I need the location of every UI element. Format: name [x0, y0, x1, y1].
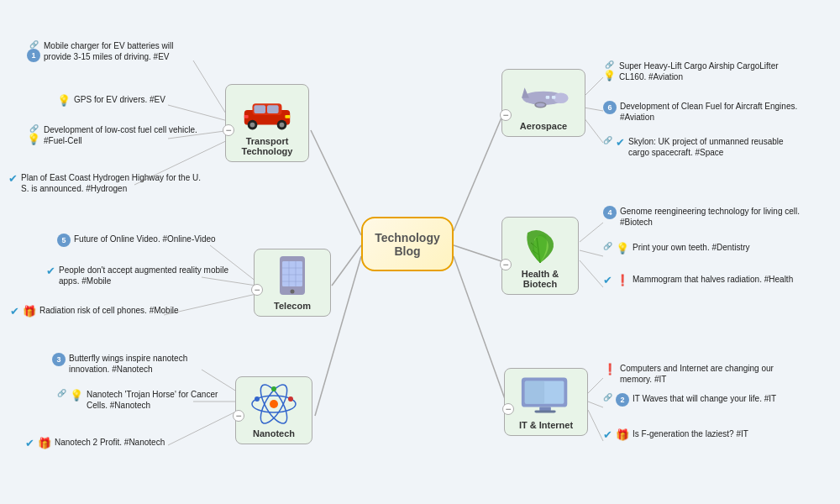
svg-point-32	[280, 122, 285, 127]
branch-nanotech[interactable]: Nanotech	[235, 376, 312, 444]
svg-point-52	[554, 92, 569, 103]
aerospace-topic-1-text: Super Heavy-Lift Cargo Airship CargoLift…	[619, 60, 805, 82]
transport-icon	[238, 88, 297, 134]
transport-topic-3-text: Development of low-cost fuel cell vehicl…	[44, 124, 203, 146]
health-topic-3-text: Mammogram that halves radiation. #Health	[633, 274, 793, 285]
branch-aerospace[interactable]: Aerospace	[501, 69, 585, 137]
it-topic-3: ✔ 🎁 Is F-generation the laziest? #IT	[603, 428, 748, 441]
aerospace-topic-3-text: Skylon: UK project of unmanned reusable …	[628, 136, 805, 158]
it-topic-1: ❗ Computers and Internet are changing ou…	[603, 363, 805, 385]
transport-topic-4: ✔ Plan of East Coast Hydrogen Highway fo…	[8, 172, 210, 194]
svg-line-20	[580, 250, 603, 256]
svg-rect-27	[254, 105, 265, 113]
branch-transport[interactable]: Transport Technology	[225, 84, 309, 162]
badge-3: 3	[52, 353, 66, 366]
transport-topic-4-text: Plan of East Coast Hydrogen Highway for …	[21, 172, 210, 194]
center-label: TechnologyBlog	[375, 231, 440, 258]
transport-topic-1-text: Mobile charger for EV batteries will pro…	[44, 40, 203, 62]
svg-point-50	[271, 386, 276, 391]
svg-line-17	[584, 108, 603, 111]
transport-minus[interactable]: −	[223, 124, 234, 136]
svg-marker-53	[522, 87, 529, 98]
aerospace-icon	[514, 73, 573, 119]
telecom-topic-2-text: People don't accept augmented reality mo…	[59, 265, 239, 286]
svg-point-43	[291, 289, 295, 293]
health-topic-3: ✔ ❗ Mammogram that halves radiation. #He…	[603, 274, 793, 286]
health-icon	[511, 221, 570, 267]
svg-line-23	[588, 402, 603, 407]
aerospace-topic-3: 🔗 ✔ Skylon: UK project of unmanned reusa…	[603, 136, 805, 158]
nanotech-topic-2-text: Nanotech 'Trojan Horse' for Cancer Cells…	[87, 389, 225, 411]
branch-telecom[interactable]: Telecom	[254, 249, 331, 317]
aerospace-topic-1: 🔗 💡 Super Heavy-Lift Cargo Airship Cargo…	[603, 60, 805, 82]
aerospace-topic-2: 6 Development of Clean Fuel for Aircraft…	[603, 101, 805, 123]
telecom-icon	[263, 253, 322, 299]
aerospace-topic-2-text: Development of Clean Fuel for Aircraft E…	[620, 101, 805, 123]
aerospace-label: Aerospace	[502, 121, 585, 131]
transport-label: Transport Technology	[226, 136, 308, 156]
svg-rect-37	[282, 261, 302, 286]
it-label: IT & Internet	[505, 420, 587, 430]
svg-point-48	[255, 396, 260, 402]
svg-line-24	[588, 410, 603, 441]
nanotech-topic-3-text: Nanotech 2 Profit. #Nanotech	[55, 437, 165, 448]
svg-rect-33	[285, 114, 290, 118]
svg-line-0	[311, 130, 361, 235]
it-topic-3-text: Is F-generation the laziest? #IT	[633, 428, 748, 439]
svg-line-19	[580, 223, 603, 242]
it-icon	[517, 372, 575, 418]
svg-rect-63	[525, 381, 544, 403]
center-node[interactable]: TechnologyBlog	[361, 217, 454, 271]
telecom-topic-1-text: Future of Online Video. #Online-Video	[74, 234, 216, 244]
badge-2: 2	[616, 393, 629, 407]
svg-line-4	[454, 245, 504, 262]
telecom-minus[interactable]: −	[251, 284, 263, 296]
svg-line-18	[584, 118, 603, 143]
nanotech-label: Nanotech	[236, 428, 312, 438]
it-minus[interactable]: −	[502, 403, 514, 415]
transport-topic-3: 🔗 💡 Development of low-cost fuel cell ve…	[27, 124, 203, 146]
nanotech-topic-2: 🔗 💡 Nanotech 'Trojan Horse' for Cancer C…	[57, 389, 225, 411]
svg-rect-56	[546, 96, 549, 99]
it-topic-2: 🔗 2 IT Waves that will change your life.…	[603, 393, 776, 407]
svg-line-16	[584, 77, 603, 97]
svg-point-49	[288, 396, 293, 402]
svg-rect-34	[244, 114, 249, 118]
it-topic-2-text: IT Waves that will change your life. #IT	[633, 393, 776, 404]
svg-line-1	[332, 245, 361, 286]
nanotech-minus[interactable]: −	[233, 410, 244, 422]
svg-point-55	[536, 102, 545, 106]
badge-4: 4	[603, 206, 617, 219]
branch-it[interactable]: IT & Internet	[504, 368, 588, 436]
nanotech-icon	[244, 381, 303, 427]
health-minus[interactable]: −	[500, 259, 512, 270]
transport-topic-2: 💡 GPS for EV drivers. #EV	[57, 94, 165, 107]
badge-5: 5	[57, 234, 71, 247]
svg-rect-57	[552, 96, 555, 99]
svg-line-7	[168, 105, 231, 122]
svg-point-30	[250, 122, 255, 127]
badge-6: 6	[603, 101, 617, 114]
telecom-topic-3: ✔ 🎁 Radiation risk of cell phones. #Mobi…	[10, 305, 179, 318]
telecom-topic-2: ✔ People don't accept augmented reality …	[46, 265, 239, 286]
nanotech-topic-1: 3 Butterfly wings inspire nanotech innov…	[52, 353, 220, 375]
health-label: Health &Biotech	[502, 269, 578, 289]
telecom-topic-1: 5 Future of Online Video. #Online-Video	[57, 234, 216, 247]
svg-line-5	[454, 256, 508, 408]
it-topic-1-text: Computers and Internet are changing our …	[620, 363, 805, 385]
svg-line-15	[168, 410, 239, 445]
transport-topic-2-text: GPS for EV drivers. #EV	[74, 94, 165, 105]
health-topic-1: 4 Genome reengineering technology for li…	[603, 206, 805, 228]
svg-rect-65	[534, 410, 555, 412]
telecom-label: Telecom	[255, 301, 330, 311]
svg-point-47	[270, 400, 278, 408]
svg-line-22	[588, 378, 603, 393]
branch-health[interactable]: Health &Biotech	[501, 217, 579, 295]
telecom-topic-3-text: Radiation risk of cell phones. #Mobile	[39, 305, 179, 316]
health-topic-2-text: Print your own teeth. #Dentistry	[633, 242, 750, 253]
badge-1: 1	[27, 49, 40, 62]
nanotech-topic-1-text: Butterfly wings inspire nanotech innovat…	[69, 353, 220, 375]
svg-rect-28	[267, 105, 279, 113]
aerospace-minus[interactable]: −	[500, 109, 512, 121]
transport-topic-1: 🔗 1 Mobile charger for EV batteries will…	[27, 40, 203, 62]
